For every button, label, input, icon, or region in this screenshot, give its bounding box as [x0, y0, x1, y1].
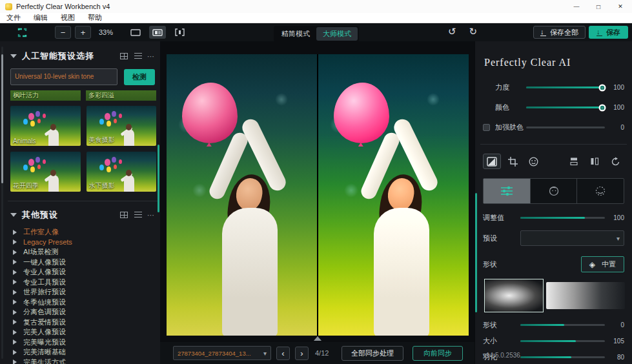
preset-thumbnail-underwater[interactable]: 水下摄影 [87, 152, 157, 192]
tree-item[interactable]: 专业人像预设 [13, 267, 158, 278]
menu-help[interactable]: 帮助 [88, 13, 102, 23]
tree-item[interactable]: 完美人像预设 [13, 327, 158, 338]
brush-shape-selected[interactable] [484, 279, 544, 312]
preset-thumbnail[interactable]: 多彩四溢 [86, 90, 156, 101]
preset-thumbnail[interactable]: 枫叶活力 [10, 90, 81, 101]
expand-icon[interactable] [13, 359, 17, 364]
redo-icon[interactable]: ↻ [469, 25, 478, 38]
strength-slider[interactable] [526, 86, 605, 88]
filmstrip-expand-icon[interactable] [314, 336, 321, 341]
list-view-icon[interactable] [134, 212, 142, 218]
previous-image-button[interactable]: ‹ [276, 347, 290, 360]
tree-item[interactable]: 完美曝光预设 [13, 338, 158, 348]
master-mode-button[interactable]: 大师模式 [316, 27, 358, 41]
tree-item[interactable]: 复古爱情预设 [13, 318, 158, 328]
tree-item[interactable]: 冬季仙境预设 [13, 298, 158, 308]
save-button[interactable]: ↓ 保存 [589, 26, 628, 39]
skin-tone-slider[interactable] [526, 126, 605, 128]
tree-item[interactable]: Legacy Presets [13, 238, 158, 248]
tree-item[interactable]: 完美生活方式 [13, 358, 158, 364]
color-slider[interactable] [526, 106, 605, 108]
expand-icon[interactable] [13, 290, 17, 295]
list-view-icon[interactable] [134, 53, 142, 59]
more-options-icon[interactable]: ⋯ [147, 211, 155, 219]
tree-item[interactable]: 世界旅行预设 [13, 287, 158, 298]
menu-edit[interactable]: 编辑 [34, 13, 48, 23]
presets-sidebar: 人工智能预设选择 ⋯ Universal 10-level skin tone … [0, 41, 160, 364]
split-view-icon[interactable] [149, 26, 166, 39]
grid-view-icon[interactable] [120, 212, 128, 218]
grid-view-icon[interactable] [120, 53, 128, 59]
brush-shape-gradient[interactable] [546, 282, 625, 309]
photo-after[interactable] [318, 54, 469, 336]
zoom-out-button[interactable]: − [55, 26, 71, 39]
right-scrollbar-thumb[interactable] [475, 193, 477, 312]
tree-item[interactable]: 完美清晰基础 [13, 347, 158, 358]
preset-thumbnail-food[interactable]: 美食摄影 [87, 106, 157, 146]
expand-icon[interactable] [13, 339, 17, 345]
menu-view[interactable]: 视图 [61, 13, 75, 23]
collapse-icon[interactable] [10, 213, 17, 217]
tree-item[interactable]: 工作室人像 [13, 227, 158, 238]
expand-icon[interactable] [13, 299, 17, 305]
strength-label: 力度 [495, 83, 526, 92]
expand-icon[interactable] [13, 350, 17, 355]
sidebyside-view-icon[interactable] [171, 26, 188, 39]
adjust-panel-icon[interactable] [483, 154, 501, 169]
next-image-button[interactable]: › [295, 347, 309, 360]
minimize-button[interactable]: — [573, 3, 580, 10]
tree-item[interactable]: 分离色调预设 [13, 307, 158, 318]
tree-item[interactable]: AI场景检测 [13, 247, 158, 258]
preset-thumbnail-animals[interactable]: Animals [10, 106, 81, 146]
tree-item[interactable]: 专业工具预设 [13, 278, 158, 288]
single-view-icon[interactable] [127, 26, 144, 39]
expand-icon[interactable] [13, 230, 17, 235]
collapse-icon[interactable] [10, 54, 17, 58]
file-dropdown[interactable]: 27873404_27873404_13... ▾ [173, 346, 271, 360]
size-slider[interactable] [520, 340, 605, 342]
maximize-button[interactable]: □ [595, 3, 602, 10]
flip-horizontal-icon[interactable] [586, 154, 604, 169]
face-tool-icon[interactable] [524, 154, 542, 169]
save-all-button[interactable]: ↓ 保存全部 [533, 26, 586, 39]
expand-icon[interactable] [13, 239, 17, 245]
flip-vertical-icon[interactable] [565, 154, 583, 169]
menu-file[interactable]: 文件 [6, 13, 21, 23]
panel-title: Perfectly Clear AI [484, 57, 623, 68]
figure-art [374, 208, 429, 336]
sync-forward-button[interactable]: 向前同步 [413, 346, 463, 361]
shape-slider[interactable] [520, 324, 605, 326]
expand-icon[interactable] [13, 330, 17, 335]
divider [8, 201, 158, 201]
preset-select[interactable]: ▾ [520, 230, 624, 246]
close-button[interactable]: ✕ [617, 3, 624, 10]
preset-thumbnail-flowers[interactable]: 花开四季 [10, 152, 81, 192]
expand-icon[interactable] [13, 279, 17, 285]
sidebar-scrollbar-thumb[interactable] [158, 145, 159, 212]
more-options-icon[interactable]: ⋯ [147, 52, 155, 61]
tab-face-retouch[interactable] [530, 179, 577, 203]
skin-tone-checkbox[interactable] [483, 124, 490, 131]
rotate-icon[interactable] [606, 154, 624, 169]
expand-icon[interactable] [13, 319, 17, 325]
expand-icon[interactable] [13, 250, 17, 255]
sync-all-button[interactable]: 全部同步处理 [341, 346, 403, 361]
expand-icon[interactable] [13, 259, 17, 265]
mode-switcher: 精简模式 大师模式 [274, 26, 359, 42]
tab-face-sculpt[interactable] [576, 179, 624, 203]
zoom-in-button[interactable]: + [75, 26, 91, 39]
feather-slider[interactable] [520, 356, 605, 358]
crop-icon[interactable] [504, 154, 522, 169]
expand-icon[interactable] [13, 270, 17, 275]
expand-icon[interactable] [13, 310, 17, 315]
left-scrollbar-thumb[interactable] [1, 54, 3, 183]
simple-mode-button[interactable]: 精简模式 [275, 27, 316, 41]
detect-button[interactable]: 检测 [124, 69, 155, 85]
photo-before[interactable] [167, 54, 317, 336]
undo-icon[interactable]: ↺ [448, 25, 456, 38]
center-button[interactable]: ◈ 中置 [581, 256, 624, 272]
tab-sliders[interactable] [484, 179, 530, 203]
tree-item[interactable]: 一键人像预设 [13, 258, 158, 268]
detect-input[interactable]: Universal 10-level skin tone [10, 68, 117, 85]
adjust-value-slider[interactable] [520, 217, 605, 219]
